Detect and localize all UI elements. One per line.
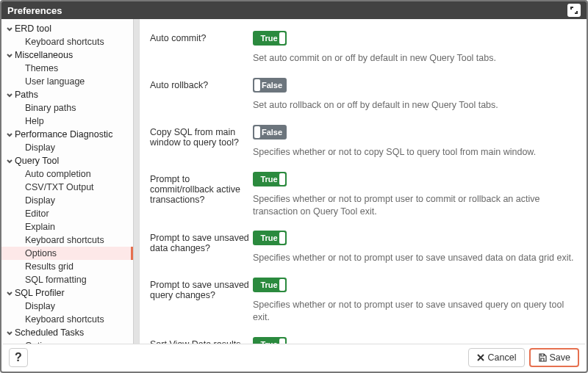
tree-item[interactable]: Editor — [1, 207, 139, 220]
option-description: Specifies whether or not to copy SQL to … — [253, 146, 576, 159]
toggle-knob — [279, 173, 285, 185]
tree-category-label: Scheduled Tasks — [15, 327, 84, 338]
expand-button[interactable] — [567, 4, 581, 17]
save-icon — [538, 353, 547, 362]
tree-item[interactable]: Auto completion — [1, 167, 139, 181]
window-title: Preferences — [7, 5, 62, 16]
close-icon — [476, 353, 485, 362]
chevron-down-icon — [6, 289, 13, 297]
tree-category[interactable]: ERD tool — [1, 22, 139, 35]
tree-item[interactable]: Display — [1, 194, 139, 207]
toggle-knob — [279, 279, 285, 291]
tree-item[interactable]: User language — [1, 75, 139, 88]
titlebar: Preferences — [1, 1, 587, 19]
option-label: Prompt to save unsaved query changes? — [150, 278, 253, 324]
chevron-down-icon — [6, 131, 13, 138]
toggle-knob — [254, 79, 260, 91]
save-button[interactable]: Save — [529, 348, 580, 367]
tree-category-label: ERD tool — [15, 23, 51, 34]
option-description: Specifies whether or not to prompt user … — [253, 193, 576, 218]
tree-item[interactable]: Themes — [1, 62, 139, 75]
tree-category-label: Query Tool — [15, 156, 59, 166]
option-description: Specifies whether or not to prompt user … — [253, 299, 576, 324]
chevron-down-icon — [6, 51, 13, 59]
tree-item[interactable]: Keyboard shortcuts — [1, 233, 139, 247]
chevron-down-icon — [6, 329, 13, 336]
tree-item[interactable]: Results grid — [1, 260, 139, 273]
toggle-switch[interactable]: True — [253, 278, 287, 292]
tree-item[interactable]: Options — [1, 247, 133, 260]
tree-item[interactable]: Binary paths — [1, 101, 139, 115]
toggle-switch[interactable]: True — [253, 172, 287, 186]
tree-category-label: Performance Diagnostic — [15, 129, 112, 140]
toggle-knob — [254, 126, 260, 138]
tree-item[interactable]: Keyboard shortcuts — [1, 35, 139, 48]
help-button[interactable]: ? — [9, 348, 28, 367]
tree-item[interactable]: Help — [1, 115, 139, 128]
dialog-footer: ? Cancel Save — [3, 344, 585, 370]
option-label: Auto rollback? — [150, 78, 253, 112]
cancel-button[interactable]: Cancel — [468, 348, 525, 367]
tree-category-label: Miscellaneous — [15, 50, 73, 60]
toggle-switch[interactable]: True — [253, 231, 287, 245]
tree-category-label: SQL Profiler — [15, 288, 65, 298]
option-label: Auto commit? — [150, 31, 253, 65]
preferences-content: Auto commit?TrueSet auto commit on or of… — [140, 19, 587, 347]
option-label: Prompt to commit/rollback active transac… — [150, 172, 253, 218]
tree-category[interactable]: Miscellaneous — [1, 48, 139, 62]
tree-item[interactable]: CSV/TXT Output — [1, 181, 139, 194]
option-description: Specifies whether or not to prompt user … — [253, 252, 576, 264]
tree-item[interactable]: Display — [1, 300, 139, 313]
tree-category[interactable]: Paths — [1, 88, 139, 101]
tree-item[interactable]: SQL formatting — [1, 273, 139, 286]
chevron-down-icon — [6, 91, 13, 98]
option-description: Set auto rollback on or off by default i… — [253, 99, 576, 112]
toggle-switch[interactable]: False — [253, 78, 287, 93]
option-label: Copy SQL from main window to query tool? — [150, 125, 253, 159]
tree-category-label: Paths — [15, 90, 38, 100]
tree-category[interactable]: Query Tool — [1, 154, 139, 167]
chevron-down-icon — [6, 25, 13, 32]
tree-category[interactable]: Scheduled Tasks — [1, 326, 139, 339]
preferences-tree[interactable]: ERD toolKeyboard shortcutsMiscellaneousT… — [1, 19, 140, 347]
tree-category[interactable]: Performance Diagnostic — [1, 128, 139, 141]
toggle-knob — [279, 32, 285, 44]
tree-item[interactable]: Explain — [1, 220, 139, 233]
chevron-down-icon — [6, 157, 13, 164]
toggle-switch[interactable]: True — [253, 31, 287, 46]
toggle-switch[interactable]: False — [253, 125, 287, 140]
tree-category[interactable]: SQL Profiler — [1, 286, 139, 300]
tree-item[interactable]: Display — [1, 141, 139, 154]
toggle-knob — [279, 232, 285, 244]
tree-item[interactable]: Keyboard shortcuts — [1, 313, 139, 326]
option-description: Set auto commit on or off by default in … — [253, 52, 576, 65]
option-label: Prompt to save unsaved data changes? — [150, 231, 253, 264]
